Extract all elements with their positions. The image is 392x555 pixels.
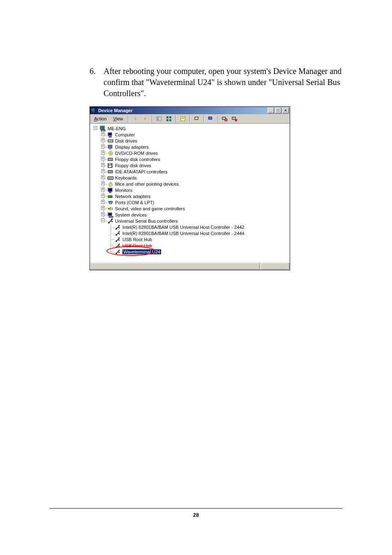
tree-node-label: Display adapters — [115, 145, 149, 150]
tree-toggle[interactable]: + — [101, 212, 105, 216]
tree-toggle[interactable]: + — [101, 200, 105, 204]
menu-action[interactable]: Action — [92, 115, 109, 122]
tree-toggle[interactable]: + — [101, 132, 105, 136]
tree-category[interactable]: +Disk drives — [92, 138, 289, 144]
svg-rect-44 — [108, 177, 109, 178]
refresh-icon[interactable] — [193, 115, 201, 123]
toolbar-separator — [175, 115, 176, 122]
svg-rect-70 — [119, 231, 120, 233]
tree-toggle[interactable]: − — [101, 219, 105, 222]
svg-rect-14 — [195, 117, 198, 119]
tree-usb-device[interactable]: Intel(R) 82801BA/BAM USB Universal Host … — [92, 230, 289, 236]
page-footer: 28 — [49, 508, 343, 518]
tree-toggle[interactable]: + — [101, 157, 105, 161]
scan-icon[interactable] — [207, 115, 215, 123]
status-main — [90, 263, 260, 269]
tree-category[interactable]: +IDE ATA/ATAPI controllers — [92, 168, 289, 175]
tree-node-label: IDE ATA/ATAPI controllers — [115, 169, 168, 174]
tree-category[interactable]: +Computer — [92, 131, 289, 138]
svg-point-33 — [110, 152, 111, 154]
tree-toggle[interactable]: + — [101, 145, 105, 148]
minimize-button[interactable]: _ — [267, 108, 274, 113]
svg-rect-62 — [109, 216, 113, 217]
tree-category[interactable]: +System devices — [92, 212, 289, 218]
svg-rect-26 — [109, 136, 111, 137]
controller-icon — [107, 169, 114, 175]
tree-category[interactable]: +Network adapters — [92, 193, 289, 199]
svg-rect-45 — [110, 177, 111, 178]
menu-view[interactable]: View — [111, 115, 126, 122]
svg-rect-64 — [111, 219, 113, 220]
svg-rect-5 — [157, 119, 159, 120]
device-manager-window: Device Manager _ □ × Action View — [90, 106, 290, 270]
menubar: Action View — [90, 114, 290, 124]
tree-toggle[interactable]: + — [101, 151, 105, 154]
svg-point-56 — [109, 202, 110, 203]
svg-point-71 — [119, 233, 120, 235]
toolbar-separator — [203, 115, 204, 122]
page-number: 28 — [193, 512, 199, 518]
svg-rect-40 — [108, 170, 113, 173]
svg-rect-6 — [166, 116, 168, 118]
tree-toggle[interactable]: + — [101, 188, 105, 191]
tree-toggle[interactable]: + — [101, 163, 105, 167]
svg-rect-36 — [108, 160, 112, 160]
tree-category[interactable]: +Monitors — [92, 187, 289, 193]
tree-node-label: DVD/CD-ROM drives — [115, 151, 158, 156]
tree-category[interactable]: +Sound, video and game controllers — [92, 205, 289, 212]
tree-category[interactable]: −Universal Serial Bus controllers — [92, 218, 289, 224]
monitor-icon — [107, 187, 114, 193]
tree-node-label: Floppy disk drives — [115, 163, 151, 168]
tree-node-label: Floppy disk controllers — [115, 157, 160, 162]
tree-category[interactable]: +Floppy disk controllers — [92, 156, 289, 162]
tree-usb-device[interactable]: Intel(R) 82801BA/BAM USB Universal Host … — [92, 224, 289, 230]
svg-rect-41 — [108, 171, 112, 171]
mouse-icon — [107, 181, 114, 187]
tree-root-node[interactable]: −ME-ENG — [92, 125, 289, 131]
nav-forward-icon[interactable] — [141, 115, 149, 123]
tree-toggle[interactable]: + — [101, 182, 105, 185]
tree-usb-device[interactable]: USB Root Hub — [92, 242, 289, 249]
tree-toggle[interactable]: + — [101, 175, 105, 179]
tree-category[interactable]: +DVD/CD-ROM drives — [92, 150, 289, 156]
svg-rect-22 — [101, 127, 104, 129]
tree-toggle[interactable]: + — [101, 206, 105, 210]
statusbar — [90, 262, 290, 270]
nav-back-icon[interactable] — [131, 115, 139, 123]
usbdev-icon — [115, 243, 121, 249]
display-icon — [107, 144, 114, 150]
tree-toggle[interactable]: + — [101, 169, 105, 173]
svg-rect-55 — [112, 196, 113, 197]
tree-usb-device[interactable]: Waveterminal U24 — [92, 249, 289, 255]
floppy-icon — [107, 163, 114, 168]
tree-usb-device[interactable]: USB Root Hub — [92, 236, 289, 242]
device-tree[interactable]: −ME-ENG+Computer+Disk drives+Display ada… — [90, 124, 290, 262]
tree-toggle[interactable]: + — [101, 138, 105, 142]
tree-category[interactable]: +Mice and other pointing devices — [92, 181, 289, 187]
tree-node-label: Universal Serial Bus controllers — [115, 219, 178, 223]
properties-icon[interactable] — [179, 115, 187, 123]
tree-toggle[interactable]: − — [94, 126, 97, 130]
svg-rect-23 — [101, 130, 105, 131]
tree-category[interactable]: +Floppy disk drives — [92, 162, 289, 168]
svg-rect-8 — [166, 119, 168, 121]
tree-category[interactable]: +Ports (COM & LPT) — [92, 199, 289, 205]
cd-icon — [107, 150, 114, 156]
toolbar-view-icon[interactable] — [165, 115, 173, 123]
toolbar-icon[interactable] — [155, 115, 163, 123]
svg-rect-59 — [108, 208, 109, 210]
tree-node-label: USB Root Hub — [122, 237, 152, 242]
tree-toggle[interactable]: + — [101, 194, 105, 198]
close-button[interactable]: × — [282, 108, 289, 113]
svg-rect-30 — [108, 145, 112, 148]
usb-icon — [107, 218, 114, 224]
tree-node-label: System devices — [115, 212, 147, 217]
tree-category[interactable]: +Keyboards — [92, 175, 289, 181]
disable-icon[interactable] — [231, 115, 239, 123]
tree-category[interactable]: +Display adapters — [92, 144, 289, 150]
maximize-button[interactable]: □ — [275, 108, 281, 113]
network-icon — [107, 193, 114, 199]
uninstall-icon[interactable] — [221, 115, 229, 123]
svg-rect-31 — [109, 149, 111, 150]
toolbar-separator — [128, 115, 129, 122]
